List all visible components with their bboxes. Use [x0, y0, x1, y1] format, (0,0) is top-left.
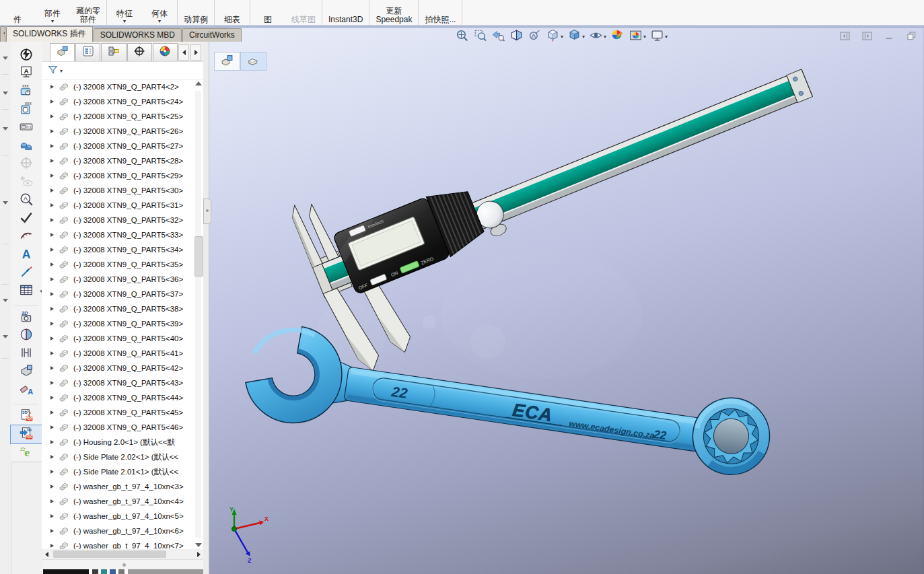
filter-funnel-icon[interactable]: [47, 64, 59, 78]
tree-item[interactable]: (-) Side Plate 2.02<1> (默认<<: [42, 450, 203, 464]
headsup-button[interactable]: ▾: [489, 28, 507, 45]
tree-item[interactable]: (-) 32008 XTN9_Q_PART5<37>: [42, 287, 203, 301]
scroll-right-button[interactable]: [194, 549, 203, 559]
tree-item[interactable]: (-) 32008 XTN9_Q_PART5<28>: [42, 153, 203, 168]
toolbar-button[interactable]: ▾: [11, 264, 42, 282]
horizontal-scroll-thumb[interactable]: [53, 550, 166, 558]
toolbar-button[interactable]: 0.1 ▾: [11, 118, 42, 137]
expand-arrow-icon[interactable]: [50, 203, 59, 207]
expand-arrow-icon[interactable]: [50, 262, 59, 266]
dropdown-caret-icon[interactable]: ▾: [604, 34, 606, 40]
tab-evaluate-partial[interactable]: 估: [0, 26, 5, 42]
splitter-grip[interactable]: [203, 199, 211, 224]
toolbar-button[interactable]: ▾: [11, 326, 42, 345]
toolbar-button[interactable]: xxx ▾: [11, 82, 42, 100]
tree-item[interactable]: (-) 32008 XTN9_Q_PART5<31>: [42, 198, 203, 213]
ribbon-button[interactable]: 藏的零 部件 ▾: [70, 0, 107, 25]
tree-item[interactable]: (-) 32008 XTN9_Q_PART5<44>: [42, 390, 203, 405]
ribbon-button[interactable]: 部件 ▾: [35, 0, 70, 25]
toolbar-button[interactable]: ▾: [11, 46, 42, 64]
vertical-scroll-thumb[interactable]: [194, 236, 203, 277]
ribbon-button[interactable]: 动算例 ▾: [178, 0, 215, 25]
toolbar-button[interactable]: ▾: [11, 227, 42, 246]
dropdown-caret-icon[interactable]: ▾: [665, 34, 668, 40]
flyout-arrow-icon[interactable]: [3, 92, 8, 95]
tab-scroll-right-button[interactable]: [190, 44, 201, 61]
graphics-area[interactable]: mm/inch OFF ON ZERO: [205, 26, 924, 574]
tab-scroll-left-button[interactable]: [178, 44, 189, 61]
toolbar-button[interactable]: ▾: [11, 282, 42, 300]
expand-arrow-icon[interactable]: [50, 322, 59, 326]
headsup-button[interactable]: ▾: [544, 28, 565, 45]
manager-tab[interactable]: [101, 43, 126, 61]
toolbar-button[interactable]: 3DPDF ▾: [11, 407, 42, 425]
tree-item[interactable]: (-) washer_gb_t_97_4_10xn<4>: [42, 494, 203, 509]
expand-arrow-icon[interactable]: [50, 485, 59, 489]
tree-item[interactable]: (-) 32008 XTN9_Q_PART5<27>: [42, 139, 203, 153]
tree-item[interactable]: (-) 32008 XTN9_Q_PART5<29>: [42, 168, 203, 183]
expand-arrow-icon[interactable]: [50, 129, 59, 133]
expand-arrow-icon[interactable]: [50, 366, 59, 370]
toolbar-button[interactable]: ▾: [11, 155, 42, 173]
ribbon-button[interactable]: 拍快照... ▾: [419, 0, 462, 25]
expand-arrow-icon[interactable]: [50, 100, 59, 104]
tree-item[interactable]: (-) 32008 XTN9_Q_PART5<42>: [42, 361, 203, 375]
panel-bottom-splitter[interactable]: [42, 559, 203, 569]
toolbar-button[interactable]: A ▾: [11, 381, 42, 399]
panel-splitter[interactable]: [203, 42, 209, 574]
toolbar-button[interactable]: ▾: [11, 209, 42, 227]
flyout-arrow-icon[interactable]: [3, 299, 8, 302]
tree-item[interactable]: (-) 32008 XTN9_Q_PART5<26>: [42, 124, 203, 139]
scroll-left-button[interactable]: [42, 549, 51, 559]
tree-item[interactable]: (-) 32008 XTN9_Q_PART5<25>: [42, 109, 203, 124]
tree-item[interactable]: (-) washer_gb_t_97_4_10xn<6>: [42, 524, 203, 538]
ribbon-button[interactable]: 特征 ▾: [107, 0, 142, 25]
dropdown-caret-icon[interactable]: ▾: [643, 34, 646, 40]
expand-arrow-icon[interactable]: [50, 336, 59, 340]
expand-arrow-icon[interactable]: [50, 307, 59, 311]
toolbar-button[interactable]: ▾: [11, 363, 42, 381]
scroll-up-icon[interactable]: [195, 81, 202, 85]
commandmanager-tab[interactable]: SOLIDWORKS MBD: [94, 28, 182, 42]
dropdown-caret-icon[interactable]: ▾: [51, 19, 54, 24]
breadcrumb-node[interactable]: [240, 52, 266, 71]
expand-arrow-icon[interactable]: [50, 85, 59, 89]
flyout-arrow-icon[interactable]: [3, 127, 8, 131]
expand-arrow-icon[interactable]: [50, 529, 59, 533]
flyout-arrow-icon[interactable]: [3, 335, 8, 338]
expand-arrow-icon[interactable]: [50, 292, 59, 296]
tree-item[interactable]: (-) 32008 XTN9_Q_PART5<32>: [42, 213, 203, 227]
ribbon-button[interactable]: 何体 ▾: [142, 0, 178, 25]
ribbon-button[interactable]: 线草图 ▾: [285, 0, 322, 25]
headsup-button[interactable]: ▾: [648, 28, 670, 45]
toolbar-button[interactable]: A ▾: [11, 191, 42, 209]
toolbar-button[interactable]: e ▾: [11, 443, 42, 462]
headsup-button[interactable]: ▾: [627, 28, 648, 45]
filter-caret-icon[interactable]: ▾: [60, 68, 63, 74]
expand-arrow-icon[interactable]: [50, 218, 59, 222]
commandmanager-tab[interactable]: SOLIDWORKS 插件: [6, 26, 93, 42]
tree-item[interactable]: (-) 32008 XTN9_Q_PART5<38>: [42, 301, 203, 316]
dropdown-caret-icon[interactable]: ▾: [158, 19, 161, 24]
tree-item[interactable]: (-) 32008 XTN9_Q_PART5<33>: [42, 227, 203, 242]
window-control-button[interactable]: [839, 30, 851, 44]
expand-arrow-icon[interactable]: [50, 440, 59, 444]
tree-item[interactable]: (-) 32008 XTN9_Q_PART5<39>: [42, 316, 203, 331]
toolbar-button[interactable]: ▾: [11, 137, 42, 155]
manager-tab[interactable]: [153, 43, 178, 61]
tree-vertical-scrollbar[interactable]: [194, 80, 203, 548]
headsup-button[interactable]: ▾: [453, 28, 471, 45]
headsup-button[interactable]: ▾: [471, 28, 489, 45]
tree-item[interactable]: (-) washer_gb_t_97_4_10xn<7>: [42, 538, 203, 549]
toolbar-button[interactable]: A ▾: [11, 246, 42, 264]
headsup-button[interactable]: ▾: [565, 28, 587, 45]
headsup-button[interactable]: ▾: [507, 28, 526, 45]
expand-arrow-icon[interactable]: [50, 381, 59, 385]
expand-arrow-icon[interactable]: [50, 277, 59, 281]
tree-item[interactable]: (-) washer_gb_t_97_4_10xn<3>: [42, 479, 203, 494]
dropdown-caret-icon[interactable]: ▾: [561, 34, 563, 40]
dropdown-caret-icon[interactable]: ▾: [123, 19, 126, 24]
toolbar-button[interactable]: ▾: [11, 345, 42, 363]
commandmanager-tab[interactable]: CircuitWorks: [182, 28, 242, 42]
orientation-triad[interactable]: Y X Z: [229, 506, 269, 564]
